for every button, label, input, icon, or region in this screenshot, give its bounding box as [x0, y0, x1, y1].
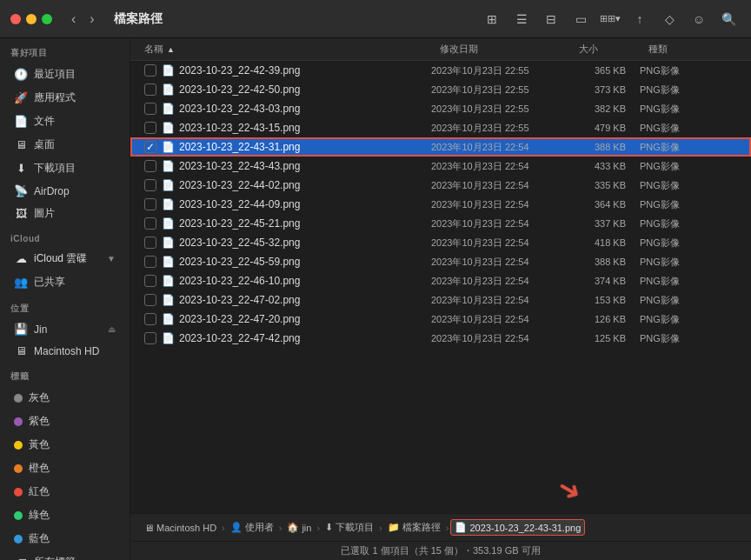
file-checkbox[interactable]: ✓: [144, 141, 156, 153]
file-name: 2023-10-23_22-45-21.png: [179, 217, 431, 230]
file-kind: PNG影像: [640, 103, 709, 116]
sidebar-item-airdrop[interactable]: 📡 AirDrop: [3, 180, 126, 202]
table-row[interactable]: 📄 2023-10-23_22-43-43.png 2023年10月23日 22…: [130, 157, 751, 176]
table-row[interactable]: 📄 2023-10-23_22-47-42.png 2023年10月23日 22…: [130, 329, 751, 348]
file-checkbox[interactable]: [144, 160, 156, 172]
sidebar-tag-gray[interactable]: 灰色: [3, 386, 126, 410]
table-row[interactable]: 📄 2023-10-23_22-45-32.png 2023年10月23日 22…: [130, 233, 751, 252]
path-item-downloads[interactable]: ⬇ 下載項目: [322, 519, 377, 536]
file-name: 2023-10-23_22-43-43.png: [179, 160, 431, 172]
sidebar-tag-purple[interactable]: 紫色: [3, 410, 126, 433]
table-row[interactable]: 📄 2023-10-23_22-43-15.png 2023年10月23日 22…: [130, 118, 751, 137]
file-name: 2023-10-23_22-42-50.png: [179, 83, 431, 96]
sidebar-tag-all-tags[interactable]: 🏷 所有標籤…: [3, 550, 126, 560]
file-checkbox[interactable]: [144, 275, 156, 287]
sidebar-tag-yellow[interactable]: 黃色: [3, 433, 126, 457]
file-checkbox[interactable]: [144, 332, 156, 344]
tag-label-yellow: 黃色: [29, 437, 50, 452]
file-checkbox[interactable]: [144, 313, 156, 325]
sidebar-item-apps[interactable]: 🚀 應用程式: [3, 86, 126, 110]
file-checkbox[interactable]: [144, 64, 156, 77]
file-date: 2023年10月23日 22:54: [431, 237, 570, 250]
sidebar-tag-green[interactable]: 綠色: [3, 503, 126, 527]
file-checkbox[interactable]: [144, 217, 156, 230]
table-row[interactable]: 📄 2023-10-23_22-44-09.png 2023年10月23日 22…: [130, 195, 751, 214]
file-name: 2023-10-23_22-43-15.png: [179, 122, 431, 134]
path-item-macintosh-hd[interactable]: 🖥 Macintosh HD: [141, 521, 220, 535]
file-checkbox[interactable]: [144, 256, 156, 268]
locations-label: 位置: [0, 294, 130, 318]
file-size: 126 KB: [570, 314, 640, 324]
eject-icon[interactable]: ⏏: [108, 324, 116, 334]
file-date: 2023年10月23日 22:54: [431, 294, 570, 307]
file-date: 2023年10月23日 22:54: [431, 198, 570, 211]
icon-grid[interactable]: ⊞: [480, 7, 504, 31]
file-kind: PNG影像: [640, 237, 709, 250]
file-checkbox[interactable]: [144, 237, 156, 249]
file-checkbox[interactable]: [144, 83, 156, 96]
path-item-filepath[interactable]: 📁 檔案路徑: [384, 519, 444, 536]
file-size: 433 KB: [570, 161, 640, 171]
table-row[interactable]: 📄 2023-10-23_22-42-39.png 2023年10月23日 22…: [130, 61, 751, 80]
sidebar-tag-red[interactable]: 紅色: [3, 480, 126, 503]
favorites-label: 喜好項目: [0, 38, 130, 63]
path-item-selected-file[interactable]: 📄 2023-10-23_22-43-31.png: [450, 519, 585, 536]
file-name: 2023-10-23_22-47-42.png: [179, 332, 431, 344]
table-row[interactable]: 📄 2023-10-23_22-46-10.png 2023年10月23日 22…: [130, 271, 751, 290]
file-checkbox[interactable]: [144, 198, 156, 210]
table-row[interactable]: 📄 2023-10-23_22-42-50.png 2023年10月23日 22…: [130, 80, 751, 99]
file-checkbox[interactable]: [144, 122, 156, 134]
nav-buttons: ‹ ›: [66, 10, 100, 29]
file-name: 2023-10-23_22-47-20.png: [179, 313, 431, 325]
sidebar-item-photos[interactable]: 🖼 圖片: [3, 202, 126, 225]
path-icon-filepath: 📁: [388, 522, 400, 533]
icon-columns[interactable]: ⊟: [539, 7, 563, 31]
icon-gallery[interactable]: ▭: [568, 7, 593, 31]
table-row[interactable]: 📄 2023-10-23_22-43-03.png 2023年10月23日 22…: [130, 99, 751, 118]
table-row[interactable]: 📄 2023-10-23_22-47-20.png 2023年10月23日 22…: [130, 310, 751, 329]
path-item-jin[interactable]: 🏠 jin: [283, 520, 315, 535]
sidebar-tag-orange[interactable]: 橙色: [3, 457, 126, 480]
table-row[interactable]: 📄 2023-10-23_22-44-02.png 2023年10月23日 22…: [130, 176, 751, 195]
col-header-date[interactable]: 修改日期: [440, 43, 579, 56]
path-item-users[interactable]: 👤 使用者: [227, 519, 277, 536]
file-checkbox[interactable]: [144, 103, 156, 115]
file-kind: PNG影像: [640, 332, 709, 345]
sidebar-icloud-section[interactable]: ☁ iCloud 雲碟 ▼: [3, 247, 126, 270]
maximize-button[interactable]: [42, 14, 52, 24]
file-type-icon: 📄: [162, 256, 175, 268]
icon-tag[interactable]: ◇: [657, 7, 681, 31]
forward-button[interactable]: ›: [84, 10, 99, 29]
back-button[interactable]: ‹: [66, 10, 81, 29]
file-name: 2023-10-23_22-45-32.png: [179, 237, 431, 249]
search-icon[interactable]: 🔍: [716, 7, 741, 31]
file-name: 2023-10-23_22-44-02.png: [179, 179, 431, 191]
file-checkbox[interactable]: [144, 294, 156, 306]
sidebar-item-downloads[interactable]: ⬇ 下載項目: [3, 157, 126, 180]
col-header-size[interactable]: 大小: [579, 43, 648, 56]
sidebar-item-macintosh[interactable]: 🖥 Macintosh HD: [3, 340, 126, 362]
table-row[interactable]: 📄 2023-10-23_22-45-21.png 2023年10月23日 22…: [130, 214, 751, 233]
table-row[interactable]: 📄 2023-10-23_22-47-02.png 2023年10月23日 22…: [130, 290, 751, 310]
sidebar-item-shared[interactable]: 👥 已共享: [3, 270, 126, 294]
icon-list[interactable]: ☰: [509, 7, 534, 31]
close-button[interactable]: [10, 14, 21, 24]
sidebar-tag-blue[interactable]: 藍色: [3, 527, 126, 550]
sidebar-item-docs[interactable]: 📄 文件: [3, 110, 126, 133]
col-header-kind[interactable]: 種類: [648, 43, 718, 56]
file-type-icon: 📄: [162, 160, 175, 172]
sidebar-item-jin[interactable]: 💾 Jin ⏏: [3, 318, 126, 340]
col-header-name[interactable]: 名稱 ▲: [144, 43, 440, 56]
icon-share[interactable]: ↑: [628, 7, 652, 31]
table-row[interactable]: 📄 2023-10-23_22-45-59.png 2023年10月23日 22…: [130, 252, 751, 271]
sidebar-item-desktop[interactable]: 🖥 桌面: [3, 133, 126, 157]
minimize-button[interactable]: [26, 14, 37, 24]
file-kind: PNG影像: [640, 198, 709, 211]
all-tags-label: 所有標籤…: [34, 555, 86, 560]
sidebar-item-recents[interactable]: 🕐 最近項目: [3, 63, 126, 86]
table-row[interactable]: ✓ 📄 2023-10-23_22-43-31.png 2023年10月23日 …: [130, 137, 751, 157]
icon-group[interactable]: ⊞⊞▾: [598, 7, 622, 31]
file-checkbox[interactable]: [144, 179, 156, 191]
icon-more[interactable]: ☺: [687, 7, 711, 31]
file-list: 📄 2023-10-23_22-42-39.png 2023年10月23日 22…: [130, 61, 751, 513]
